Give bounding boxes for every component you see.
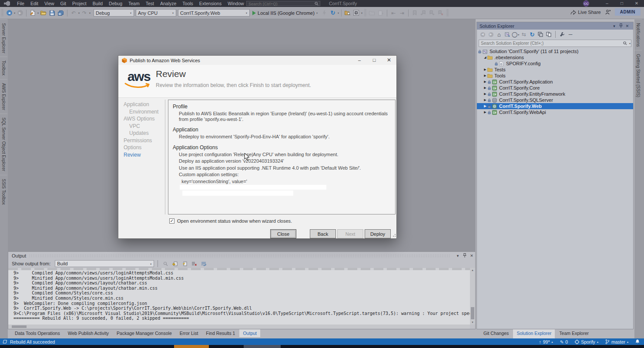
tree-item-corrit-sporify-webapi[interactable]: ▶C#CorrIT.Sporify.WebApi xyxy=(477,109,633,115)
menu-item-file[interactable]: File xyxy=(14,0,27,7)
bottom-tab-find-results-1[interactable]: Find Results 1 xyxy=(202,329,238,337)
se-show-all-files-button[interactable] xyxy=(545,31,552,38)
undo-button[interactable]: ↶ xyxy=(70,9,77,17)
new-file-caret-icon[interactable]: ▾ xyxy=(37,11,39,14)
tree-item-sporify-config[interactable]: SPORIFY.config xyxy=(477,60,633,67)
wizard-step-permissions[interactable]: Permissions xyxy=(124,137,164,144)
checkbox-icon[interactable]: ✓ xyxy=(169,218,174,224)
back-button[interactable]: Back xyxy=(310,229,336,238)
se-properties-wrench-button[interactable] xyxy=(559,31,566,38)
menu-item-test[interactable]: Test xyxy=(143,0,157,7)
close-button[interactable]: Close xyxy=(270,229,296,238)
feedback-person-icon[interactable] xyxy=(605,10,610,15)
menu-item-git[interactable]: Git xyxy=(57,0,69,7)
bottom-tab-output[interactable]: Output xyxy=(239,329,260,337)
navigate-forward-button[interactable]: ▶ xyxy=(16,9,24,17)
toolbar-drag-handle[interactable] xyxy=(364,9,366,17)
menu-item-team[interactable]: Team xyxy=(125,0,143,7)
scroll-down-arrow-icon[interactable]: ▼ xyxy=(470,320,475,325)
user-avatar[interactable]: CC xyxy=(583,0,589,7)
clear-bookmarks-button[interactable] xyxy=(437,9,445,17)
tree-item-corrit-sporify-application[interactable]: ▶C#CorrIT.Sporify.Application xyxy=(477,79,633,85)
dialog-maximize-button[interactable]: □ xyxy=(367,56,382,65)
navigate-back-button[interactable]: ◀ xyxy=(5,9,13,17)
bottom-tab-error-list[interactable]: Error List xyxy=(176,329,202,337)
se-home-button[interactable]: ⌂ xyxy=(496,31,503,38)
refresh-caret-icon[interactable]: ▾ xyxy=(338,11,339,14)
panel-close-icon[interactable]: ✕ xyxy=(624,24,631,28)
save-all-button[interactable] xyxy=(57,9,65,17)
save-button[interactable] xyxy=(48,9,56,17)
wizard-step-environment[interactable]: Environment xyxy=(124,108,164,116)
new-file-button[interactable] xyxy=(29,9,37,17)
panel-options-caret-icon[interactable]: ▾ xyxy=(611,24,617,28)
toolbar-drag-handle[interactable] xyxy=(446,9,449,17)
repository-button[interactable]: Sporify ▴ xyxy=(575,339,598,345)
iis-express-settings-button[interactable] xyxy=(352,9,360,17)
panel-pin-icon[interactable] xyxy=(461,253,468,258)
find-message-icon[interactable] xyxy=(161,260,169,267)
window-maximize-button[interactable]: □ xyxy=(614,0,629,7)
run-target-caret-icon[interactable]: ▾ xyxy=(316,11,318,14)
dialog-minimize-button[interactable]: – xyxy=(352,56,367,65)
se-forward-button[interactable]: ▶ xyxy=(487,31,494,38)
menu-item-analyze[interactable]: Analyze xyxy=(157,0,179,7)
tree-expander-icon[interactable]: ▶ xyxy=(483,80,487,84)
output-vertical-scrollbar[interactable]: ▲ ▼ xyxy=(470,268,475,325)
solution-platform-dropdown[interactable]: Any CPU▾ xyxy=(136,9,176,17)
toggle-word-wrap-icon[interactable] xyxy=(200,260,208,267)
bottom-tab-web-publish-activity[interactable]: Web Publish Activity xyxy=(64,329,112,337)
decrease-indent-button[interactable]: ⇤ xyxy=(389,9,397,17)
refresh-button[interactable]: ↻ xyxy=(329,9,337,17)
window-minimize-button[interactable]: – xyxy=(600,0,614,7)
menu-item-edit[interactable]: Edit xyxy=(27,0,41,7)
tree-expander-icon[interactable]: ▶ xyxy=(483,92,487,96)
tree-expander-icon[interactable]: ▶ xyxy=(483,98,487,102)
left-tab-toolbox[interactable]: Toolbox xyxy=(0,57,7,79)
se-refresh-button[interactable]: ↻ xyxy=(529,31,536,38)
tree-expander-icon[interactable]: ▶ xyxy=(483,104,487,108)
solution-explorer-search-input[interactable] xyxy=(479,41,623,46)
tree-expander-icon[interactable]: ▶ xyxy=(483,86,487,90)
menu-item-extensions[interactable]: Extensions xyxy=(196,0,225,7)
notifications-bell-button[interactable] xyxy=(635,339,640,344)
redo-button[interactable]: ↷ xyxy=(80,9,88,17)
tree-item-corrit-sporify-core[interactable]: ▶C#CorrIT.Sporify.Core xyxy=(477,85,633,91)
redo-caret-icon[interactable]: ▾ xyxy=(89,11,91,14)
left-tab-server-explorer[interactable]: Server Explorer xyxy=(0,19,7,57)
tree-item-ebextensions[interactable]: ◢.ebextensions xyxy=(477,54,633,60)
solution-configuration-dropdown[interactable]: Debug▾ xyxy=(94,9,134,17)
panel-drag-texture[interactable] xyxy=(30,254,451,258)
bottom-tab-data-tools-operations[interactable]: Data Tools Operations xyxy=(11,329,64,337)
undo-caret-icon[interactable]: ▾ xyxy=(78,11,80,14)
se-back-button[interactable]: ◀ xyxy=(479,31,486,38)
wizard-step-review[interactable]: Review xyxy=(124,151,164,159)
output-horizontal-scrollbar[interactable] xyxy=(8,325,470,329)
se-pending-changes-filter-button[interactable]: ◯▾ xyxy=(512,31,519,38)
tree-expander-icon[interactable]: ◢ xyxy=(483,56,487,59)
increase-indent-button[interactable]: ⇥ xyxy=(398,9,406,17)
toolbar-drag-handle[interactable] xyxy=(1,9,3,17)
scrollbar-thumb[interactable] xyxy=(471,307,474,319)
open-status-window-checkbox-row[interactable]: ✓ Open environment status window when wi… xyxy=(169,218,292,224)
scroll-up-arrow-icon[interactable]: ▲ xyxy=(470,268,475,272)
tree-item-tools[interactable]: ▶Tools xyxy=(477,73,633,79)
menu-item-project[interactable]: Project xyxy=(69,0,90,7)
iis-settings-caret-icon[interactable]: ▾ xyxy=(361,11,362,14)
navigate-back-caret-icon[interactable]: ▾ xyxy=(14,11,15,14)
search-options-caret-icon[interactable]: ▾ xyxy=(629,42,631,45)
tree-item-corrit-sporify-entityframework[interactable]: ▶C#CorrIT.Sporify.EntityFramework xyxy=(477,91,633,97)
toggle-bookmark-button[interactable] xyxy=(411,9,419,17)
left-tab-sql-server-object-explorer[interactable]: SQL Server Object Explorer xyxy=(0,114,7,175)
panel-pin-icon[interactable] xyxy=(617,23,624,29)
panel-options-caret-icon[interactable]: ▾ xyxy=(454,254,461,258)
output-log[interactable]: 9> Compiled App/common/views/users/login… xyxy=(8,268,470,325)
left-tab-ssis-toolbox[interactable]: SSIS Toolbox xyxy=(0,175,7,208)
menu-item-view[interactable]: View xyxy=(41,0,57,7)
quick-search-input[interactable] xyxy=(247,1,315,6)
wizard-step-updates[interactable]: Updates xyxy=(124,130,164,137)
menu-item-window[interactable]: Window xyxy=(225,0,247,7)
se-preview-selected-button[interactable]: ─ xyxy=(567,31,574,38)
start-debugging-button[interactable]: Local IIS (Google Chrome) ▾ xyxy=(252,10,318,16)
goto-previous-message-icon[interactable] xyxy=(171,260,179,267)
